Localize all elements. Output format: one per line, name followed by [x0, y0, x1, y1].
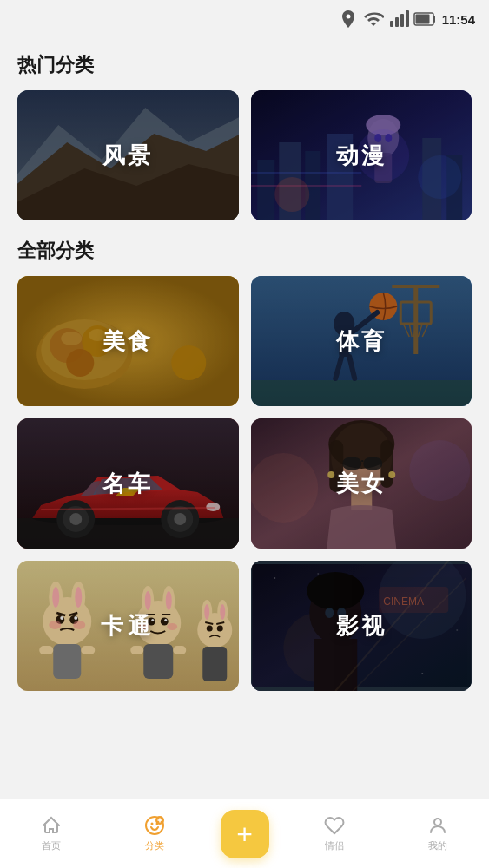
- status-icons: 11:54: [338, 9, 475, 30]
- svg-rect-4: [406, 10, 409, 27]
- status-time: 11:54: [442, 12, 475, 27]
- category-card-anime[interactable]: 动漫: [251, 90, 472, 220]
- battery-icon: [413, 9, 438, 30]
- hot-category-grid: 风景: [17, 90, 472, 220]
- all-category-grid: 美食: [17, 276, 472, 691]
- category-card-sports[interactable]: 体育: [251, 276, 472, 406]
- cars-label: 名车: [102, 469, 153, 499]
- category-card-scenery[interactable]: 风景: [17, 90, 239, 220]
- nav-item-category[interactable]: 分类: [103, 808, 207, 859]
- wifi-icon: [363, 9, 384, 30]
- bottom-nav: 首页 分类 + 情侣 我的: [0, 799, 489, 868]
- nav-item-mine[interactable]: 我的: [386, 808, 489, 859]
- main-content: 热门分类: [0, 38, 489, 778]
- hot-section-title: 热门分类: [17, 52, 472, 78]
- category-card-cartoon[interactable]: 卡通: [17, 561, 239, 691]
- sports-label: 体育: [336, 326, 387, 357]
- svg-rect-1: [390, 21, 393, 27]
- category-icon: [144, 815, 165, 836]
- signal-icon: [388, 9, 409, 30]
- svg-rect-2: [395, 17, 399, 27]
- hot-section: 热门分类: [17, 52, 472, 220]
- film-label: 影视: [336, 611, 387, 641]
- all-section: 全部分类: [17, 238, 472, 691]
- svg-point-138: [151, 823, 154, 825]
- category-card-food[interactable]: 美食: [17, 276, 239, 406]
- beauty-label: 美女: [336, 469, 387, 499]
- anime-label: 动漫: [336, 141, 387, 171]
- nav-item-add[interactable]: +: [207, 810, 283, 858]
- scenery-label: 风景: [102, 141, 153, 171]
- nav-label-couple: 情侣: [325, 839, 344, 852]
- nav-label-mine: 我的: [428, 839, 447, 852]
- heart-icon: [324, 815, 345, 836]
- svg-point-0: [346, 15, 350, 19]
- location-icon: [338, 9, 359, 30]
- food-label: 美食: [102, 326, 153, 357]
- svg-point-143: [434, 819, 441, 825]
- svg-rect-6: [415, 15, 429, 24]
- add-button[interactable]: +: [221, 810, 269, 858]
- svg-rect-3: [400, 14, 404, 27]
- status-bar: 11:54: [0, 0, 489, 38]
- cartoon-label: 卡通: [101, 611, 155, 641]
- nav-item-couple[interactable]: 情侣: [283, 808, 387, 859]
- person-icon: [427, 815, 448, 836]
- category-card-cars[interactable]: 名车: [17, 418, 239, 549]
- category-card-beauty[interactable]: 美女: [251, 418, 472, 549]
- category-card-film[interactable]: CINEMA 影视: [251, 561, 472, 691]
- nav-label-home: 首页: [42, 839, 61, 852]
- all-section-title: 全部分类: [17, 238, 472, 264]
- home-icon: [41, 815, 62, 836]
- add-icon: +: [236, 820, 253, 848]
- nav-label-category: 分类: [145, 839, 164, 852]
- nav-item-home[interactable]: 首页: [0, 808, 103, 859]
